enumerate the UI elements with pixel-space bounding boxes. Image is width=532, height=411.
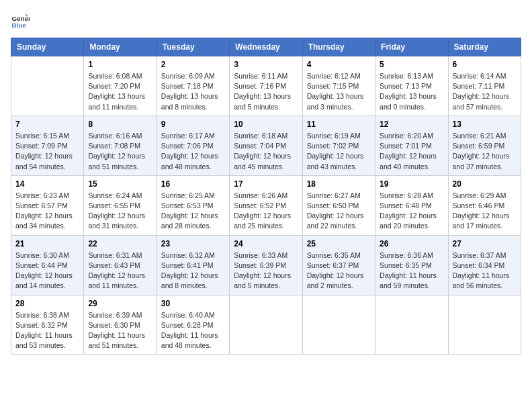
day-info: Sunrise: 6:17 AMSunset: 7:06 PMDaylight:… xyxy=(161,131,225,172)
day-number: 10 xyxy=(234,120,298,129)
weekday-header-thursday: Thursday xyxy=(302,38,375,56)
day-info: Sunrise: 6:40 AMSunset: 6:28 PMDaylight:… xyxy=(161,310,225,351)
calendar-cell: 24Sunrise: 6:33 AMSunset: 6:39 PMDayligh… xyxy=(230,235,302,295)
day-info: Sunrise: 6:24 AMSunset: 6:55 PMDaylight:… xyxy=(88,191,152,232)
calendar-cell: 28Sunrise: 6:38 AMSunset: 6:32 PMDayligh… xyxy=(11,295,84,355)
day-number: 20 xyxy=(453,179,517,189)
day-number: 21 xyxy=(15,239,79,248)
day-info: Sunrise: 6:35 AMSunset: 6:37 PMDaylight:… xyxy=(307,250,371,291)
calendar-cell: 2Sunrise: 6:09 AMSunset: 7:18 PMDaylight… xyxy=(157,56,229,116)
calendar-cell: 6Sunrise: 6:14 AMSunset: 7:11 PMDaylight… xyxy=(448,56,521,116)
calendar-table: SundayMondayTuesdayWednesdayThursdayFrid… xyxy=(11,38,521,355)
day-info: Sunrise: 6:28 AMSunset: 6:48 PMDaylight:… xyxy=(380,191,443,232)
day-info: Sunrise: 6:27 AMSunset: 6:50 PMDaylight:… xyxy=(307,191,371,232)
day-number: 7 xyxy=(15,120,79,129)
day-number: 28 xyxy=(15,299,79,308)
calendar-cell xyxy=(230,295,302,355)
calendar-cell: 29Sunrise: 6:39 AMSunset: 6:30 PMDayligh… xyxy=(84,295,157,355)
calendar-cell: 5Sunrise: 6:13 AMSunset: 7:13 PMDaylight… xyxy=(375,56,448,116)
day-number: 6 xyxy=(453,60,517,69)
day-number: 3 xyxy=(234,60,298,69)
day-info: Sunrise: 6:26 AMSunset: 6:52 PMDaylight:… xyxy=(234,191,298,232)
day-number: 27 xyxy=(453,239,517,248)
day-info: Sunrise: 6:31 AMSunset: 6:43 PMDaylight:… xyxy=(88,250,152,291)
day-info: Sunrise: 6:14 AMSunset: 7:11 PMDaylight:… xyxy=(453,71,517,112)
day-info: Sunrise: 6:39 AMSunset: 6:30 PMDaylight:… xyxy=(88,310,152,351)
day-info: Sunrise: 6:36 AMSunset: 6:35 PMDaylight:… xyxy=(380,250,443,291)
calendar-cell: 11Sunrise: 6:19 AMSunset: 7:02 PMDayligh… xyxy=(302,116,375,175)
day-number: 14 xyxy=(15,179,79,189)
day-number: 11 xyxy=(307,120,371,129)
day-number: 12 xyxy=(380,120,443,129)
calendar-cell: 22Sunrise: 6:31 AMSunset: 6:43 PMDayligh… xyxy=(84,235,157,295)
calendar-cell: 18Sunrise: 6:27 AMSunset: 6:50 PMDayligh… xyxy=(302,175,375,235)
logo: General Blue xyxy=(11,11,32,30)
day-info: Sunrise: 6:23 AMSunset: 6:57 PMDaylight:… xyxy=(15,191,79,232)
calendar-cell: 17Sunrise: 6:26 AMSunset: 6:52 PMDayligh… xyxy=(230,175,302,235)
day-number: 15 xyxy=(88,179,152,189)
day-number: 16 xyxy=(161,179,225,189)
day-info: Sunrise: 6:16 AMSunset: 7:08 PMDaylight:… xyxy=(88,131,152,172)
day-info: Sunrise: 6:12 AMSunset: 7:15 PMDaylight:… xyxy=(307,71,371,112)
calendar-cell: 21Sunrise: 6:30 AMSunset: 6:44 PMDayligh… xyxy=(11,235,84,295)
day-info: Sunrise: 6:33 AMSunset: 6:39 PMDaylight:… xyxy=(234,250,298,291)
day-number: 13 xyxy=(453,120,517,129)
calendar-cell: 23Sunrise: 6:32 AMSunset: 6:41 PMDayligh… xyxy=(157,235,229,295)
calendar-cell xyxy=(375,295,448,355)
day-number: 29 xyxy=(88,299,152,308)
calendar-cell: 13Sunrise: 6:21 AMSunset: 6:59 PMDayligh… xyxy=(448,116,521,175)
calendar-cell: 30Sunrise: 6:40 AMSunset: 6:28 PMDayligh… xyxy=(157,295,229,355)
calendar-cell: 1Sunrise: 6:08 AMSunset: 7:20 PMDaylight… xyxy=(84,56,157,116)
calendar-cell: 7Sunrise: 6:15 AMSunset: 7:09 PMDaylight… xyxy=(11,116,84,175)
calendar-cell xyxy=(448,295,521,355)
day-number: 26 xyxy=(380,239,443,248)
calendar-cell: 16Sunrise: 6:25 AMSunset: 6:53 PMDayligh… xyxy=(157,175,229,235)
calendar-cell: 14Sunrise: 6:23 AMSunset: 6:57 PMDayligh… xyxy=(11,175,84,235)
calendar-cell: 12Sunrise: 6:20 AMSunset: 7:01 PMDayligh… xyxy=(375,116,448,175)
calendar-cell: 25Sunrise: 6:35 AMSunset: 6:37 PMDayligh… xyxy=(302,235,375,295)
day-number: 30 xyxy=(161,299,225,308)
calendar-cell: 4Sunrise: 6:12 AMSunset: 7:15 PMDaylight… xyxy=(302,56,375,116)
day-info: Sunrise: 6:19 AMSunset: 7:02 PMDaylight:… xyxy=(307,131,371,172)
day-number: 5 xyxy=(380,60,443,69)
day-number: 8 xyxy=(88,120,152,129)
weekday-header-tuesday: Tuesday xyxy=(157,38,229,56)
calendar-cell: 19Sunrise: 6:28 AMSunset: 6:48 PMDayligh… xyxy=(375,175,448,235)
day-info: Sunrise: 6:18 AMSunset: 7:04 PMDaylight:… xyxy=(234,131,298,172)
day-number: 17 xyxy=(234,179,298,189)
calendar-cell: 27Sunrise: 6:37 AMSunset: 6:34 PMDayligh… xyxy=(448,235,521,295)
day-info: Sunrise: 6:09 AMSunset: 7:18 PMDaylight:… xyxy=(161,71,225,112)
calendar-cell: 3Sunrise: 6:11 AMSunset: 7:16 PMDaylight… xyxy=(230,56,302,116)
day-info: Sunrise: 6:13 AMSunset: 7:13 PMDaylight:… xyxy=(380,71,443,112)
calendar-cell: 15Sunrise: 6:24 AMSunset: 6:55 PMDayligh… xyxy=(84,175,157,235)
day-info: Sunrise: 6:30 AMSunset: 6:44 PMDaylight:… xyxy=(15,250,79,291)
logo-icon: General Blue xyxy=(11,11,30,30)
weekday-header-monday: Monday xyxy=(84,38,157,56)
day-info: Sunrise: 6:15 AMSunset: 7:09 PMDaylight:… xyxy=(15,131,79,172)
calendar-cell: 8Sunrise: 6:16 AMSunset: 7:08 PMDaylight… xyxy=(84,116,157,175)
day-number: 18 xyxy=(307,179,371,189)
day-number: 22 xyxy=(88,239,152,248)
weekday-header-friday: Friday xyxy=(375,38,448,56)
weekday-header-sunday: Sunday xyxy=(11,38,84,56)
day-number: 2 xyxy=(161,60,225,69)
day-number: 4 xyxy=(307,60,371,69)
day-number: 19 xyxy=(380,179,443,189)
day-info: Sunrise: 6:08 AMSunset: 7:20 PMDaylight:… xyxy=(88,71,152,112)
day-number: 1 xyxy=(88,60,152,69)
svg-text:Blue: Blue xyxy=(11,21,26,29)
day-info: Sunrise: 6:37 AMSunset: 6:34 PMDaylight:… xyxy=(453,250,517,291)
day-info: Sunrise: 6:29 AMSunset: 6:46 PMDaylight:… xyxy=(453,191,517,232)
day-number: 25 xyxy=(307,239,371,248)
day-info: Sunrise: 6:20 AMSunset: 7:01 PMDaylight:… xyxy=(380,131,443,172)
calendar-cell: 20Sunrise: 6:29 AMSunset: 6:46 PMDayligh… xyxy=(448,175,521,235)
day-number: 9 xyxy=(161,120,225,129)
weekday-header-wednesday: Wednesday xyxy=(230,38,302,56)
day-number: 23 xyxy=(161,239,225,248)
day-info: Sunrise: 6:38 AMSunset: 6:32 PMDaylight:… xyxy=(15,310,79,351)
day-info: Sunrise: 6:11 AMSunset: 7:16 PMDaylight:… xyxy=(234,71,298,112)
day-info: Sunrise: 6:32 AMSunset: 6:41 PMDaylight:… xyxy=(161,250,225,291)
day-info: Sunrise: 6:25 AMSunset: 6:53 PMDaylight:… xyxy=(161,191,225,232)
calendar-cell xyxy=(302,295,375,355)
day-info: Sunrise: 6:21 AMSunset: 6:59 PMDaylight:… xyxy=(453,131,517,172)
